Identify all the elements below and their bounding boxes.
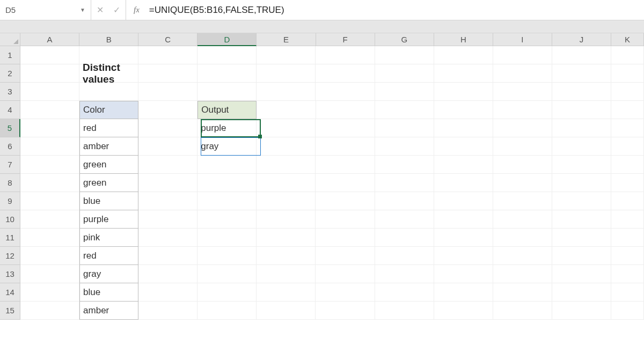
cell[interactable] xyxy=(20,156,79,174)
cell[interactable] xyxy=(434,137,493,156)
column-header[interactable]: H xyxy=(434,33,493,46)
cell[interactable] xyxy=(375,156,434,174)
cell[interactable] xyxy=(257,156,316,174)
cell[interactable] xyxy=(434,247,493,265)
cell[interactable] xyxy=(611,174,644,192)
cell[interactable] xyxy=(316,302,375,320)
cell[interactable] xyxy=(197,229,257,247)
cell[interactable] xyxy=(493,83,552,101)
column-header[interactable]: J xyxy=(552,33,611,46)
cell-color[interactable]: red xyxy=(79,247,138,265)
fx-icon[interactable]: fx xyxy=(126,5,146,14)
row-header[interactable]: 12 xyxy=(0,247,20,265)
cell[interactable] xyxy=(197,46,257,64)
column-header[interactable]: G xyxy=(375,33,434,46)
row-header[interactable]: 3 xyxy=(0,83,20,101)
cell[interactable] xyxy=(552,302,611,320)
cell[interactable] xyxy=(375,283,434,302)
row-header[interactable]: 11 xyxy=(0,229,20,247)
cell[interactable] xyxy=(552,156,611,174)
cell-grid[interactable]: Distinct values xyxy=(20,46,644,320)
cell[interactable] xyxy=(493,229,552,247)
row-header[interactable]: 14 xyxy=(0,283,20,302)
cell[interactable] xyxy=(138,302,197,320)
cell[interactable] xyxy=(375,174,434,192)
cell[interactable] xyxy=(316,83,375,101)
cell[interactable] xyxy=(20,119,79,137)
cell[interactable] xyxy=(316,283,375,302)
cell[interactable] xyxy=(552,283,611,302)
cell[interactable] xyxy=(611,137,644,156)
cell[interactable] xyxy=(257,192,316,210)
cell[interactable] xyxy=(138,101,197,119)
cell[interactable] xyxy=(434,265,493,283)
cell[interactable] xyxy=(611,247,644,265)
row-header[interactable]: 6 xyxy=(0,137,20,156)
cell[interactable] xyxy=(138,64,197,83)
cell[interactable] xyxy=(138,119,197,137)
cell[interactable] xyxy=(552,64,611,83)
row-header[interactable]: 8 xyxy=(0,174,20,192)
cell-output[interactable]: purple xyxy=(197,119,257,137)
cell-color[interactable]: gray xyxy=(79,265,138,283)
cell[interactable] xyxy=(375,137,434,156)
cell[interactable] xyxy=(20,210,79,229)
cell[interactable] xyxy=(552,83,611,101)
name-box[interactable]: D5 ▼ xyxy=(0,0,91,20)
cell[interactable] xyxy=(257,265,316,283)
cell[interactable] xyxy=(375,229,434,247)
cell[interactable] xyxy=(257,247,316,265)
cell[interactable] xyxy=(316,119,375,137)
cell[interactable] xyxy=(316,229,375,247)
cell[interactable] xyxy=(316,137,375,156)
cell[interactable] xyxy=(197,156,257,174)
cell[interactable] xyxy=(138,283,197,302)
cell[interactable] xyxy=(257,46,316,64)
chevron-down-icon[interactable]: ▼ xyxy=(80,7,85,13)
cell[interactable] xyxy=(434,210,493,229)
column-header[interactable]: F xyxy=(316,33,375,46)
cell[interactable] xyxy=(257,302,316,320)
cell[interactable] xyxy=(611,156,644,174)
cell[interactable] xyxy=(493,119,552,137)
cell[interactable] xyxy=(138,247,197,265)
cell[interactable] xyxy=(493,101,552,119)
cell[interactable] xyxy=(552,174,611,192)
cell[interactable] xyxy=(20,174,79,192)
cell[interactable] xyxy=(434,64,493,83)
cell[interactable] xyxy=(138,46,197,64)
cell[interactable] xyxy=(316,210,375,229)
row-header[interactable]: 5 xyxy=(0,119,20,137)
cell[interactable] xyxy=(20,64,79,83)
cell[interactable] xyxy=(257,137,316,156)
cell[interactable] xyxy=(552,192,611,210)
cell[interactable] xyxy=(375,192,434,210)
cell[interactable] xyxy=(493,46,552,64)
row-header[interactable]: 7 xyxy=(0,156,20,174)
cell[interactable] xyxy=(257,174,316,192)
cell[interactable] xyxy=(493,247,552,265)
cell[interactable] xyxy=(552,119,611,137)
cell[interactable] xyxy=(493,156,552,174)
cell[interactable] xyxy=(493,265,552,283)
column-header[interactable]: D xyxy=(197,33,257,46)
cell[interactable] xyxy=(257,210,316,229)
column-header[interactable]: K xyxy=(611,33,644,46)
cell[interactable] xyxy=(552,210,611,229)
cell[interactable] xyxy=(20,192,79,210)
page-title[interactable]: Distinct values xyxy=(79,64,138,83)
cell[interactable] xyxy=(138,83,197,101)
cell[interactable] xyxy=(257,83,316,101)
cell[interactable] xyxy=(138,265,197,283)
column-header[interactable]: I xyxy=(493,33,552,46)
cell[interactable] xyxy=(611,46,644,64)
cell[interactable] xyxy=(20,302,79,320)
cell[interactable] xyxy=(493,302,552,320)
cell[interactable] xyxy=(316,101,375,119)
cell[interactable] xyxy=(20,283,79,302)
cell-color[interactable]: pink xyxy=(79,229,138,247)
cell[interactable] xyxy=(434,283,493,302)
cell[interactable] xyxy=(20,137,79,156)
row-header[interactable]: 1 xyxy=(0,46,20,64)
cell[interactable] xyxy=(611,64,644,83)
